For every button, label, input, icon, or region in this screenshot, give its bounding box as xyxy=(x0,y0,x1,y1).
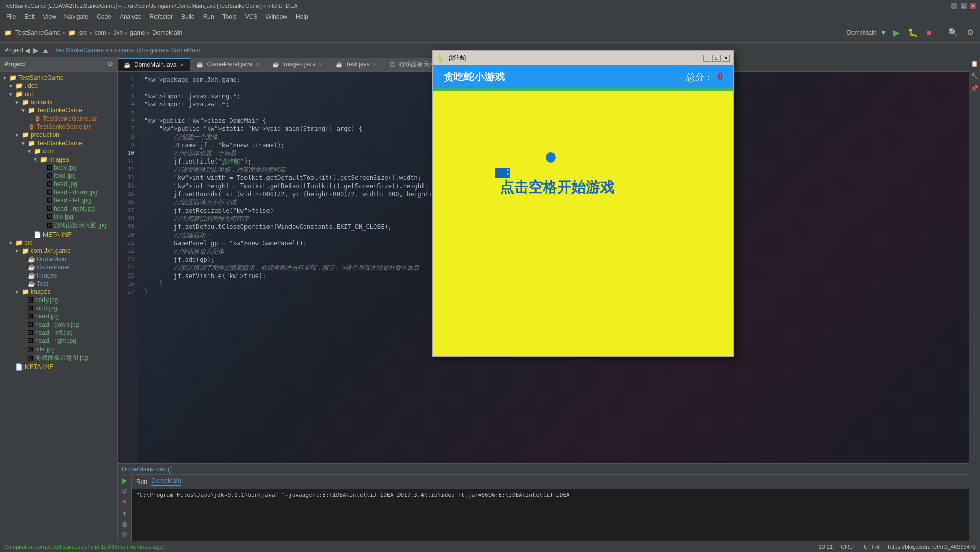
toolbar-src[interactable]: src xyxy=(79,29,87,36)
tree-item-21[interactable]: ▼📁com.Jxh.game xyxy=(0,247,117,255)
nav-forward-button[interactable]: ▶ xyxy=(32,45,40,55)
right-tool-btn-3[interactable]: 📌 xyxy=(970,84,979,93)
bottom-domemain[interactable]: DomeMain xyxy=(122,466,151,473)
run-button[interactable]: ▶ xyxy=(890,26,902,39)
tab-close-0[interactable]: ✕ xyxy=(180,62,184,68)
tree-item-22[interactable]: ☕DomeMain xyxy=(0,255,117,263)
menu-code[interactable]: Code xyxy=(93,12,116,21)
game-close-btn[interactable]: ✕ xyxy=(722,55,730,62)
right-tool-btn-2[interactable]: 🔨 xyxy=(970,72,979,81)
run-tab-run[interactable]: Run xyxy=(136,478,147,486)
stop-button[interactable]: ■ xyxy=(924,27,933,38)
menu-vcs[interactable]: VCS xyxy=(241,12,262,21)
maximize-button[interactable]: □ xyxy=(961,3,967,9)
search-button[interactable]: 🔍 xyxy=(946,27,961,38)
tree-item-5[interactable]: 🏺TestSankeGame.jar xyxy=(0,114,117,123)
close-button[interactable]: ✕ xyxy=(970,3,976,9)
tree-item-34[interactable]: 🖼游戏面板示意图.jpg xyxy=(0,353,117,363)
toolbar-game[interactable]: game xyxy=(130,29,145,36)
tab-3[interactable]: ☕Test.java✕ xyxy=(329,58,384,71)
run-stop-btn[interactable]: ■ xyxy=(120,497,130,505)
tree-item-15[interactable]: 🖼head - left.jpg xyxy=(0,196,117,204)
tree-item-35[interactable]: 📄META-INF xyxy=(0,363,117,371)
toolbar-jxh[interactable]: Jxh xyxy=(113,29,123,36)
bc-src[interactable]: src xyxy=(105,47,114,54)
tree-item-17[interactable]: 🖼title.jpg xyxy=(0,213,117,221)
tree-item-32[interactable]: 🖼head - right.jpg xyxy=(0,337,117,345)
menu-edit[interactable]: Edit xyxy=(20,12,39,21)
tree-item-20[interactable]: ▼📁src xyxy=(0,239,117,247)
bc-home[interactable]: TestSankeGame xyxy=(55,47,100,54)
toolbar-com[interactable]: com xyxy=(95,29,106,36)
tree-item-16[interactable]: 🖼head - right.jpg xyxy=(0,204,117,213)
tree-item-24[interactable]: ☕Images xyxy=(0,271,117,280)
nav-up-button[interactable]: ▲ xyxy=(40,45,51,55)
tab-close-1[interactable]: ✕ xyxy=(255,62,259,67)
tree-item-0[interactable]: ▼📁TestSankeGame xyxy=(0,74,117,82)
run-play-btn[interactable]: ▶ xyxy=(120,476,130,485)
menu-tools[interactable]: Tools xyxy=(218,12,241,21)
game-canvas[interactable]: 点击空格开始游戏 xyxy=(433,91,733,356)
bc-com[interactable]: com xyxy=(119,47,130,54)
tree-item-30[interactable]: 🖼head - down.jpg xyxy=(0,320,117,329)
tree-item-3[interactable]: ▼📁artifacts xyxy=(0,98,117,106)
tab-close-2[interactable]: ✕ xyxy=(319,62,323,67)
bc-game[interactable]: game xyxy=(150,47,165,54)
tree-item-9[interactable]: ▼📁com xyxy=(0,147,117,155)
tree-item-4[interactable]: ▼📁TestSankeGame xyxy=(0,106,117,114)
tree-item-18[interactable]: 🖼游戏面板示意图.jpg xyxy=(0,221,117,231)
game-restore-btn[interactable]: □ xyxy=(712,55,721,62)
tree-item-23[interactable]: ☕GamePanel xyxy=(0,263,117,271)
tree-item-2[interactable]: ▼📁out xyxy=(0,90,117,98)
toolbar-project[interactable]: TestSankeGame xyxy=(15,29,61,36)
run-rerun-btn[interactable]: ↺ xyxy=(120,487,130,495)
tree-item-8[interactable]: ▼📁TestSankeGame xyxy=(0,139,117,147)
tree-item-25[interactable]: ☕Test xyxy=(0,280,117,288)
tree-item-13[interactable]: 🖼head.jpg xyxy=(0,180,117,188)
tab-2[interactable]: ☕Images.java✕ xyxy=(266,58,329,71)
tree-item-28[interactable]: 🖼food.jpg xyxy=(0,304,117,312)
bc-jxh[interactable]: Jxh xyxy=(136,47,145,54)
sidebar-tree[interactable]: ▼📁TestSankeGame▼📁.idea▼📁out▼📁artifacts▼📁… xyxy=(0,72,117,541)
toolbar-domemain[interactable]: DomeMain xyxy=(152,29,182,36)
settings-button[interactable]: ⚙ xyxy=(965,27,976,38)
menu-run[interactable]: Run xyxy=(199,12,218,21)
tree-item-26[interactable]: ▼📁images xyxy=(0,288,117,296)
tree-item-14[interactable]: 🖼head - down.jpg xyxy=(0,188,117,196)
tree-item-12[interactable]: 🖼food.jpg xyxy=(0,172,117,180)
game-minimize-btn[interactable]: − xyxy=(703,55,711,62)
tree-item-7[interactable]: ▼📁production xyxy=(0,131,117,139)
menu-analyze[interactable]: Analyze xyxy=(116,12,146,21)
run-clear-btn[interactable]: 🗑 xyxy=(120,520,130,528)
tab-close-3[interactable]: ✕ xyxy=(373,62,377,67)
minimize-button[interactable]: − xyxy=(951,3,957,9)
tree-item-11[interactable]: 🖼body.jpg xyxy=(0,164,117,172)
bc-domemain[interactable]: DomeMain xyxy=(170,47,200,54)
tree-item-31[interactable]: 🖼head - left.jpg xyxy=(0,329,117,337)
sidebar-settings-icon[interactable]: ⚙ xyxy=(107,61,113,68)
run-tab-domemain[interactable]: DomeMain xyxy=(151,477,181,486)
menu-refactor[interactable]: Refactor xyxy=(146,12,177,21)
menu-help[interactable]: Help xyxy=(292,12,313,21)
run-settings-btn[interactable]: ⚙ xyxy=(120,531,130,539)
tab-1[interactable]: ☕GamePanel.java✕ xyxy=(190,58,266,71)
run-scroll-top-btn[interactable]: ⬆ xyxy=(120,510,130,518)
tree-item-33[interactable]: 🖼title.jpg xyxy=(0,345,117,353)
tree-item-27[interactable]: 🖼body.jpg xyxy=(0,296,117,304)
nav-back-button[interactable]: ◀ xyxy=(23,45,32,55)
menu-view[interactable]: View xyxy=(39,12,60,21)
run-config-dropdown-icon[interactable]: ▼ xyxy=(880,29,886,36)
tree-item-29[interactable]: 🖼head.jpg xyxy=(0,312,117,320)
bottom-main[interactable]: main() xyxy=(154,466,172,473)
debug-button[interactable]: 🐛 xyxy=(906,27,920,38)
tree-item-10[interactable]: ▼📁images xyxy=(0,155,117,164)
menu-file[interactable]: File xyxy=(2,12,20,21)
tab-0[interactable]: ☕DomeMain.java✕ xyxy=(118,58,190,71)
menu-window[interactable]: Window xyxy=(261,12,292,21)
tree-item-6[interactable]: 🏺TestSankeGame.jar xyxy=(0,123,117,131)
menu-build[interactable]: Build xyxy=(177,12,199,21)
menu-navigate[interactable]: Navigate xyxy=(60,12,93,21)
right-tool-btn-1[interactable]: 📋 xyxy=(970,59,979,68)
tree-item-1[interactable]: ▼📁.idea xyxy=(0,82,117,90)
tree-item-19[interactable]: 📄META-INF xyxy=(0,231,117,239)
